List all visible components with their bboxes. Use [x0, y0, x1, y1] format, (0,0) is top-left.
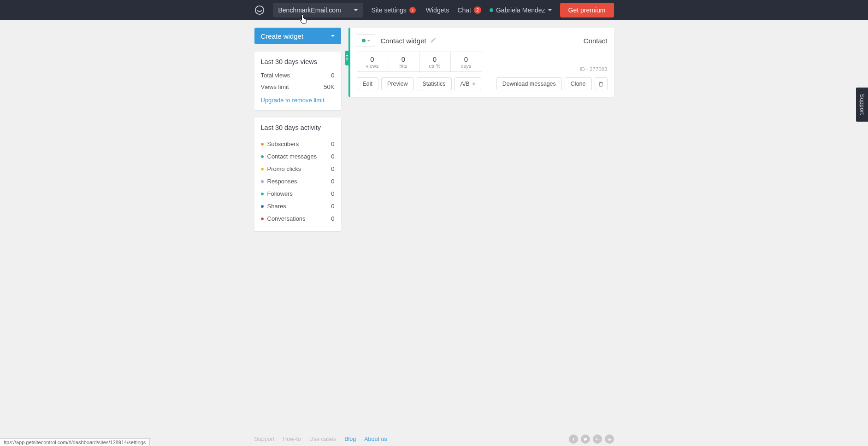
stat-label: views — [366, 63, 379, 69]
stat-box: 0ctr % — [419, 52, 451, 72]
activity-label: Conversations — [267, 215, 306, 222]
alert-badge-icon: ! — [409, 7, 416, 13]
edit-button[interactable]: Edit — [357, 77, 379, 90]
activity-value: 0 — [331, 215, 334, 222]
activity-row: Conversations0 — [261, 212, 335, 225]
color-dot-icon — [261, 217, 264, 220]
create-widget-label: Create widget — [261, 32, 304, 40]
nav-chat-label: Chat — [457, 6, 471, 14]
support-tab[interactable]: Support — [856, 88, 868, 122]
sidebar: Create widget Last 30 days views Total v… — [254, 28, 341, 239]
main-container: Create widget Last 30 days views Total v… — [254, 28, 614, 239]
edit-name-button[interactable] — [430, 37, 437, 45]
activity-value: 0 — [331, 190, 334, 197]
delete-button[interactable] — [595, 77, 608, 90]
chevron-down-icon — [354, 9, 358, 11]
get-premium-button[interactable]: Get premium — [560, 3, 614, 18]
actions-right: Download messages Clone — [496, 77, 608, 90]
site-name: BenchmarkEmail.com — [278, 6, 341, 14]
stat-value: 0 — [331, 72, 334, 79]
svg-point-0 — [255, 6, 263, 14]
activity-label: Shares — [267, 203, 286, 210]
activity-list: Subscribers0Contact messages0Promo click… — [261, 138, 335, 225]
widget-header-row: Contact widget Contact — [350, 28, 614, 52]
activity-row: Responses0 — [261, 175, 335, 188]
activity-label: Promo clicks — [267, 165, 301, 172]
nav-widgets-label: Widgets — [426, 6, 449, 14]
stat-row: Views limit 50K — [261, 83, 335, 90]
widget-name: Contact widget — [381, 37, 426, 45]
activity-value: 0 — [331, 165, 334, 172]
statistics-button[interactable]: Statistics — [417, 77, 452, 90]
create-widget-button[interactable]: Create widget — [254, 28, 341, 44]
ab-indicator-icon — [472, 82, 475, 85]
stat-value: 0 — [433, 55, 437, 63]
stat-label: hits — [399, 63, 407, 69]
stat-box: 0days — [451, 52, 482, 72]
nav-right: Widgets Chat 2 Gabriela Mendez Get premi… — [426, 3, 614, 18]
widget-stats-row: 0views0hits0ctr %0days ID - 277083 — [350, 52, 614, 77]
logo[interactable] — [254, 5, 273, 15]
svg-point-2 — [347, 55, 348, 56]
upgrade-link[interactable]: Upgrade to remove limit — [261, 97, 335, 104]
drag-handle[interactable] — [345, 51, 348, 65]
ab-label: A/B — [461, 81, 470, 87]
svg-point-5 — [346, 58, 347, 59]
nav-chat[interactable]: Chat 2 — [457, 6, 481, 14]
nav-widgets[interactable]: Widgets — [426, 6, 449, 14]
stat-value: 0 — [464, 55, 468, 63]
svg-point-1 — [346, 55, 347, 56]
top-header: BenchmarkEmail.com Site settings ! Widge… — [0, 0, 868, 20]
activity-card-title: Last 30 days activity — [261, 124, 335, 131]
activity-row: Contact messages0 — [261, 150, 335, 163]
stat-label: days — [461, 63, 471, 69]
activity-label: Contact messages — [267, 153, 317, 160]
color-dot-icon — [261, 168, 264, 170]
views-card: Last 30 days views Total views 0 Views l… — [254, 52, 341, 110]
ab-button[interactable]: A/B — [455, 77, 481, 90]
stat-label: Total views — [261, 72, 290, 79]
activity-value: 0 — [331, 178, 334, 185]
svg-point-7 — [346, 59, 347, 60]
color-dot-icon — [261, 155, 264, 158]
activity-row: Followers0 — [261, 188, 335, 200]
status-online-icon — [490, 8, 493, 12]
color-dot-icon — [261, 193, 264, 195]
stat-value: 0 — [402, 55, 405, 63]
site-settings-label: Site settings — [372, 6, 407, 14]
stat-box: 0views — [357, 52, 388, 72]
widget-status-dropdown[interactable] — [357, 34, 375, 47]
stat-row: Total views 0 — [261, 72, 335, 79]
stat-label: ctr % — [429, 63, 440, 69]
stat-value: 50K — [324, 83, 334, 90]
logo-icon — [254, 5, 265, 15]
activity-row: Subscribers0 — [261, 138, 335, 150]
activity-label: Responses — [267, 178, 297, 185]
chevron-down-icon — [548, 9, 552, 11]
stat-box: 0hits — [388, 52, 419, 72]
svg-point-4 — [347, 57, 348, 58]
svg-point-8 — [347, 59, 348, 60]
nav-user[interactable]: Gabriela Mendez — [490, 6, 552, 14]
trash-icon — [598, 81, 604, 87]
widget-type: Contact — [584, 37, 608, 45]
nav-site-settings[interactable]: Site settings ! — [372, 6, 416, 14]
activity-value: 0 — [331, 153, 334, 160]
widget-card: Contact widget Contact 0views0hits0ctr %… — [348, 28, 614, 97]
color-dot-icon — [261, 143, 264, 146]
activity-label: Subscribers — [267, 141, 299, 147]
svg-point-6 — [347, 58, 348, 59]
activity-value: 0 — [331, 141, 334, 147]
preview-button[interactable]: Preview — [381, 77, 413, 90]
chevron-down-icon — [367, 40, 370, 41]
clone-button[interactable]: Clone — [565, 77, 592, 90]
download-messages-button[interactable]: Download messages — [496, 77, 562, 90]
drag-icon — [346, 53, 348, 63]
user-name: Gabriela Mendez — [496, 6, 545, 14]
site-selector[interactable]: BenchmarkEmail.com — [273, 3, 363, 18]
svg-point-3 — [346, 57, 347, 58]
activity-label: Followers — [267, 190, 293, 197]
activity-card: Last 30 days activity Subscribers0Contac… — [254, 117, 341, 231]
activity-row: Promo clicks0 — [261, 163, 335, 175]
pencil-icon — [430, 37, 437, 43]
